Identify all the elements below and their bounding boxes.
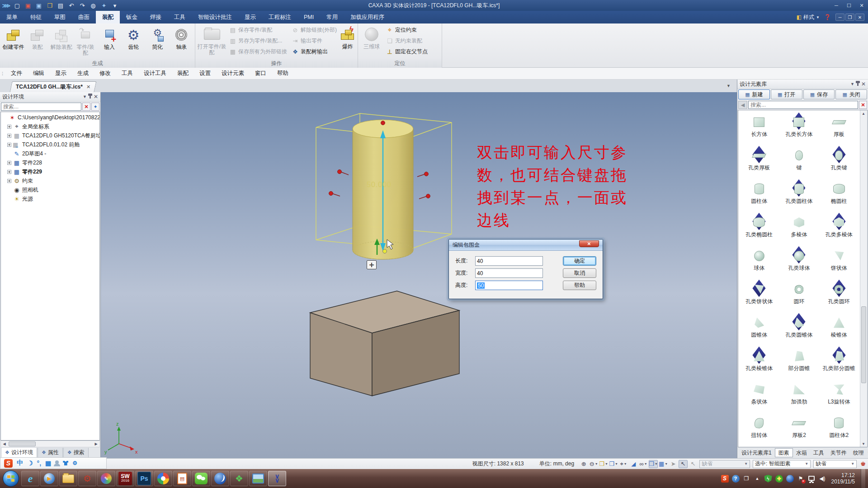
menu-item[interactable]: 生成 — [72, 69, 94, 79]
tree-expander-icon[interactable] — [7, 179, 11, 183]
library-item[interactable]: 加强肋 — [779, 380, 819, 413]
material-ball-icon[interactable]: ◍ — [90, 2, 97, 9]
taskbar-cad-tool[interactable]: ❖ — [230, 471, 248, 486]
panel-chevron-icon[interactable]: ▼ — [83, 94, 87, 99]
tray-browser-orb-icon[interactable] — [786, 475, 794, 483]
ribbon-tab[interactable]: PMI — [297, 11, 320, 23]
library-item[interactable]: 圆柱体2 — [819, 413, 859, 446]
show-desktop-button[interactable] — [861, 469, 865, 488]
library-item[interactable]: 扭转体 — [739, 413, 779, 446]
alt-cursor-icon[interactable]: ↖ — [689, 460, 698, 468]
menu-item[interactable]: 工具 — [116, 69, 138, 79]
ribbon-small-button[interactable]: 另存为零件/装配... — [227, 35, 289, 46]
ribbon-small-button[interactable]: 保存所有为外部链接 — [227, 46, 289, 57]
library-item[interactable]: 孔类圆环 — [819, 279, 859, 313]
back-arrow-icon[interactable]: ◀ — [738, 101, 747, 109]
taskbar-office-doc[interactable]: ▤ — [173, 471, 191, 486]
tray-help-icon[interactable]: ? — [732, 475, 740, 483]
tree-search-input[interactable] — [1, 103, 81, 111]
explode-button[interactable]: 爆炸 — [340, 24, 356, 58]
tray-expand-icon[interactable]: ▲ — [754, 475, 761, 483]
ribbon-small-button[interactable]: 装配树输出 — [290, 46, 339, 57]
keyboard-icon[interactable]: ▦ — [45, 460, 51, 467]
chinese-mode-icon[interactable]: 中 — [17, 459, 23, 467]
doc-restore-icon[interactable]: ❐ — [845, 14, 854, 21]
ribbon-button[interactable]: 零件/装配 — [74, 25, 97, 58]
doc-close-icon[interactable]: ✕ — [855, 14, 864, 21]
tree-item[interactable]: 照相机 — [1, 185, 99, 194]
close-button[interactable]: ✕ — [855, 1, 868, 9]
tree-horizontal-scrollbar[interactable]: ◀ ▶ — [0, 441, 100, 447]
ribbon-tab[interactable]: 曲面 — [72, 11, 96, 23]
ribbon-tab[interactable]: 显示 — [238, 11, 262, 23]
help-icon[interactable]: ❓ — [824, 14, 831, 20]
ribbon-small-button[interactable]: 输出零件 — [290, 35, 339, 46]
tray-sogou-icon[interactable]: S — [721, 475, 729, 483]
library-item[interactable]: 多棱体 — [779, 212, 819, 246]
new-shape-icon[interactable]: ❒▼ — [599, 460, 608, 468]
drag-mode-icon[interactable]: ✛ — [367, 260, 377, 269]
account-icon[interactable] — [55, 460, 59, 464]
redo-icon[interactable]: ↷ — [79, 2, 86, 9]
library-item[interactable]: 孔类球体 — [779, 246, 819, 279]
menu-item[interactable]: 文件 — [5, 69, 28, 79]
ribbon-button[interactable]: 齿轮 — [122, 25, 145, 58]
ribbon-small-button[interactable]: 定位约束 — [384, 24, 429, 35]
menu-item[interactable]: 显示 — [50, 69, 72, 79]
taskbar-system-tool[interactable]: ⚙ — [78, 471, 96, 486]
tray-network-icon[interactable] — [808, 475, 816, 483]
library-item[interactable]: 孔类长方体 — [779, 112, 819, 145]
menu-item[interactable]: 设计元素 — [216, 69, 250, 79]
open-part-assembly-button[interactable]: 打开零件/装配 — [197, 24, 226, 58]
taskbar-caxa[interactable]: ∨∨ — [268, 471, 286, 486]
ok-button[interactable]: 确定 — [563, 256, 596, 266]
library-item[interactable]: 孔类饼状体 — [739, 279, 779, 313]
library-item[interactable]: 孔类键 — [819, 145, 859, 179]
tree-item[interactable]: 零件228 — [1, 158, 99, 167]
tree-expander-icon[interactable] — [7, 143, 11, 147]
dialog-title-bar[interactable]: 编辑包围盒 ✕ — [449, 239, 603, 251]
library-search-clear-icon[interactable]: ✕ — [859, 101, 867, 109]
library-item[interactable]: 孔类棱锥体 — [739, 346, 779, 380]
part-view-icon[interactable]: ▦▼ — [659, 460, 668, 468]
ribbon-tab[interactable]: 工程标注 — [262, 11, 297, 23]
undo-icon[interactable]: ↶ — [68, 2, 75, 9]
document-tab-close-icon[interactable]: ✕ — [86, 84, 90, 90]
library-item[interactable]: 厚板2 — [779, 413, 819, 446]
library-item[interactable]: 孔类厚板 — [739, 145, 779, 179]
library-item[interactable]: L3旋转体 — [819, 380, 859, 413]
library-tab[interactable]: 水箱 — [793, 448, 810, 457]
moon-icon[interactable]: ☽ — [27, 460, 33, 467]
ribbon-button[interactable]: 创建零件 — [2, 25, 25, 58]
taskbar-photoshop[interactable]: Ps — [135, 471, 153, 486]
help-button[interactable]: 帮助 — [563, 281, 596, 290]
tree-item[interactable]: 零件229 — [1, 167, 99, 176]
panel-chevron-icon[interactable]: ▼ — [850, 82, 854, 86]
panel-close-icon[interactable]: ✕ — [861, 81, 866, 87]
document-tab[interactable]: TCA12DFL0 GH...吸车.ics* ✕ — [9, 81, 96, 92]
scroll-up-icon[interactable]: ▲ — [862, 110, 865, 117]
taskbar-solidworks[interactable]: SW2016 — [116, 471, 134, 486]
ribbon-small-button[interactable]: 保存零件/装配 — [227, 24, 289, 35]
ribbon-small-button[interactable]: 解除链接(外部) — [290, 24, 339, 35]
scrollbar-thumb[interactable] — [9, 441, 36, 446]
select-cursor-icon[interactable]: ↖ — [679, 460, 688, 468]
library-search-input[interactable] — [748, 101, 858, 109]
tree-item[interactable]: 光源 — [1, 194, 99, 203]
target-point-icon[interactable]: ⌖▼ — [619, 460, 628, 468]
ribbon-tab[interactable]: 菜单 — [0, 11, 24, 23]
ribbon-tab[interactable]: 装配 — [96, 11, 120, 23]
pin-icon[interactable] — [857, 83, 859, 86]
shaded-view-icon[interactable]: ❒▼ — [649, 460, 658, 468]
minimize-button[interactable]: ─ — [830, 1, 843, 9]
selection-combo[interactable]: 选中: 智能图素▼ — [753, 460, 811, 468]
tree-item[interactable]: 2D草图4 - — [1, 149, 99, 158]
taskbar-media-orb[interactable] — [211, 471, 229, 486]
library-item[interactable]: 棱锥体 — [819, 313, 859, 346]
tree-expander-icon[interactable] — [7, 134, 11, 138]
ribbon-tab[interactable]: 焊接 — [144, 11, 168, 23]
tree-item[interactable]: TCA12DFL0.01.02 前舱 — [1, 140, 99, 149]
ribbon-tab[interactable]: 钣金 — [120, 11, 144, 23]
style-combo[interactable]: 缺省▼ — [699, 460, 750, 468]
tray-volume-icon[interactable]: ◀) — [819, 475, 826, 483]
